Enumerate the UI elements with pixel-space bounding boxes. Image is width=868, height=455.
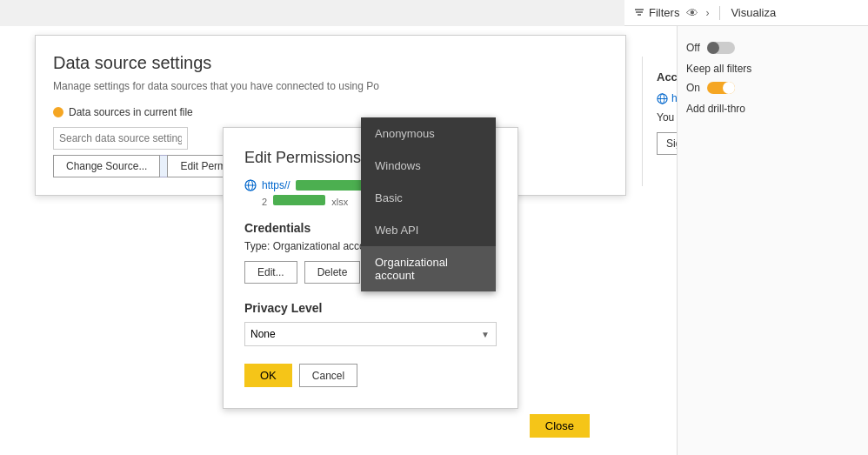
left-panel: Data source settings Manage settings for…: [0, 26, 677, 455]
close-btn-row: Close: [530, 414, 590, 438]
radio-dot: [53, 107, 63, 117]
radio-text: Data sources in current file: [69, 106, 193, 118]
keep-filters-section: Keep all filters On: [686, 63, 859, 94]
toggle-section-off: Off: [686, 42, 859, 54]
ds-settings-dialog: Data source settings Manage settings for…: [35, 35, 626, 196]
windows-label: Windows: [375, 159, 421, 172]
off-toggle-thumb: [707, 42, 719, 54]
ds-settings-title: Data source settings: [53, 53, 608, 73]
green-bar-ep: [296, 180, 365, 191]
ep-select-wrapper: None Private Organizational Public ▼: [244, 322, 497, 346]
ep-privacy-title: Privacy Level: [244, 301, 497, 315]
awp-globe-icon: [657, 93, 668, 104]
ds-settings-desc: Manage settings for data sources that yo…: [53, 80, 608, 92]
toggle-off-row: Off: [686, 42, 859, 54]
off-label: Off: [686, 42, 700, 54]
dropdown-item-windows[interactable]: Windows: [361, 150, 496, 182]
keep-filters-label: Keep all filters: [686, 63, 859, 75]
ep-url-text: https//: [262, 179, 290, 191]
main-area: Data source settings Manage settings for…: [0, 26, 868, 455]
radio-label: Data sources in current file: [53, 106, 608, 118]
top-bar: Filters 👁 › Visualiza: [624, 0, 868, 26]
ep-action-buttons: OK Cancel: [244, 364, 497, 387]
ep-globe-icon: [244, 179, 257, 191]
drill-through-section: Add drill-thro: [686, 103, 859, 115]
ep-url-suffix2: xlsx: [331, 197, 348, 207]
ep-edit-button[interactable]: Edit...: [244, 261, 297, 284]
divider: [719, 6, 720, 20]
search-input[interactable]: [53, 127, 188, 150]
ep-ok-button[interactable]: OK: [244, 364, 292, 387]
filters-label: Filters: [649, 6, 679, 19]
auth-dropdown-menu: Anonymous Windows Basic Web API Organiza…: [361, 117, 496, 291]
drill-through-label: Add drill-thro: [686, 103, 859, 115]
basic-label: Basic: [375, 191, 403, 204]
ep-url-suffix1: 2: [262, 197, 267, 207]
webapi-label: Web API: [375, 224, 418, 237]
toggle-on-row: On: [686, 82, 859, 94]
chevron-right-icon[interactable]: ›: [705, 7, 709, 19]
right-panel: Off Keep all filters On Add drill-thro: [677, 26, 868, 455]
green-bar-ep2: [273, 195, 325, 205]
filters-section[interactable]: Filters: [633, 6, 679, 19]
dropdown-item-org-account[interactable]: Organizational account: [361, 246, 496, 291]
anonymous-label: Anonymous: [375, 127, 435, 140]
dropdown-item-anonymous[interactable]: Anonymous: [361, 117, 496, 150]
eye-icon: 👁: [686, 6, 698, 20]
org-account-label: Organizational account: [375, 256, 448, 282]
on-label: On: [686, 82, 700, 94]
dropdown-item-basic[interactable]: Basic: [361, 182, 496, 214]
ep-privacy-select[interactable]: None Private Organizational Public: [244, 322, 497, 346]
ep-cancel-button[interactable]: Cancel: [299, 364, 357, 387]
dropdown-item-webapi[interactable]: Web API: [361, 214, 496, 246]
on-toggle[interactable]: [707, 82, 735, 94]
filter-icon: [633, 7, 645, 19]
visualiza-label: Visualiza: [731, 6, 776, 19]
change-source-button[interactable]: Change Source...: [53, 155, 160, 177]
on-toggle-thumb: [723, 82, 735, 94]
ep-delete-button[interactable]: Delete: [304, 261, 361, 284]
close-button[interactable]: Close: [530, 414, 590, 438]
off-toggle[interactable]: [707, 42, 735, 54]
